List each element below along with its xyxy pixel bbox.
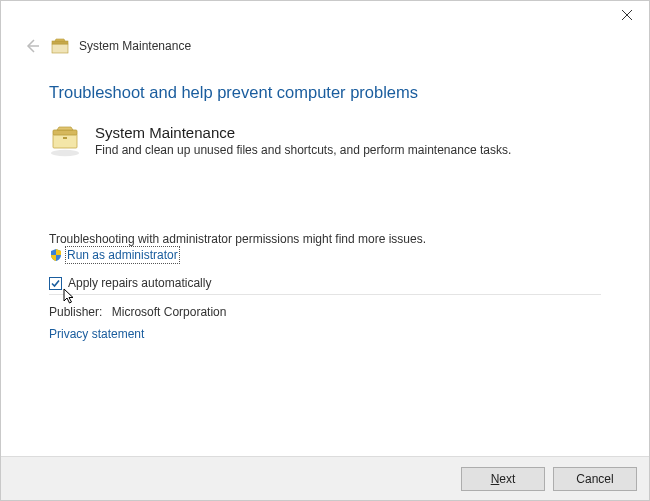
header-title: System Maintenance [79,39,191,53]
svg-rect-7 [53,130,77,135]
troubleshooter-section: System Maintenance Find and clean up unu… [49,124,601,158]
svg-rect-6 [53,134,77,148]
svg-point-5 [51,150,79,156]
close-icon [622,10,632,20]
back-button [23,37,41,55]
checkmark-icon [50,278,61,289]
apply-repairs-checkbox[interactable] [49,277,62,290]
section-description: Find and clean up unused files and short… [95,143,511,157]
maintenance-section-icon [49,124,83,158]
apply-repairs-label: Apply repairs automatically [68,276,211,290]
section-text: System Maintenance Find and clean up unu… [95,124,511,157]
admin-hint-text: Troubleshooting with administrator permi… [49,232,601,246]
admin-link-row: Run as administrator [49,248,601,262]
privacy-statement-link[interactable]: Privacy statement [49,327,144,341]
run-as-admin-link[interactable]: Run as administrator [67,248,178,262]
publisher-label: Publisher: [49,305,102,319]
svg-rect-4 [52,41,68,44]
cancel-button[interactable]: Cancel [553,467,637,491]
shield-icon [49,248,63,262]
page-heading: Troubleshoot and help prevent computer p… [49,83,601,102]
svg-rect-3 [52,44,68,53]
cursor-icon [63,288,77,306]
section-title: System Maintenance [95,124,511,141]
footer-button-bar: Next Cancel [1,456,649,500]
header-row: System Maintenance [1,31,649,59]
close-button[interactable] [605,1,649,29]
next-button[interactable]: Next [461,467,545,491]
troubleshooter-window: System Maintenance Troubleshoot and help… [0,0,650,501]
publisher-value: Microsoft Corporation [112,305,227,319]
back-arrow-icon [24,38,40,54]
maintenance-header-icon [51,38,69,54]
publisher-row: Publisher: Microsoft Corporation [49,305,601,319]
apply-repairs-checkbox-row: Apply repairs automatically [49,276,601,290]
titlebar [1,1,649,31]
divider [49,294,601,295]
content-area: Troubleshoot and help prevent computer p… [1,59,649,347]
svg-rect-8 [63,137,67,139]
